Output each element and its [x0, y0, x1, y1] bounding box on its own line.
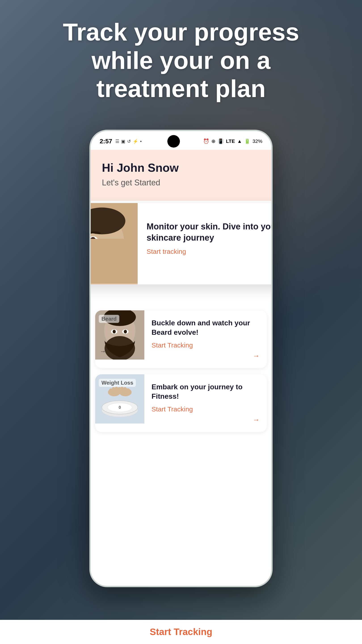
calendar-icon: ▣ — [121, 139, 125, 144]
status-bar: 2:57 ☰ ▣ ↺ ⚡ • ⏰ ⊕ 📳 LTE ▲ 🔋 32% — [91, 131, 271, 150]
phone-screen: Hi John Snow Let's get Started — [91, 150, 271, 586]
sync-icon: ⊕ — [211, 138, 215, 144]
skin-card-body: Monitor your skin. Dive into your skinca… — [138, 203, 271, 284]
featured-card-wrapper[interactable]: Skin → Monitor your skin. Dive into your… — [91, 203, 271, 284]
beard-card-label: Beard — [99, 315, 119, 323]
weight-card-image: 0 — [95, 374, 144, 424]
app-icon-1: ↺ — [127, 139, 131, 144]
alarm-icon: ⏰ — [203, 138, 209, 144]
beard-card-arrow-left: → — [100, 348, 106, 355]
greeting-section: Hi John Snow Let's get Started — [91, 150, 271, 201]
skin-card-image: Skin → — [91, 203, 138, 284]
phone-frame: 2:57 ☰ ▣ ↺ ⚡ • ⏰ ⊕ 📳 LTE ▲ 🔋 32% — [89, 130, 273, 587]
weight-card-body: Embark on your journey to Fitness! Start… — [144, 374, 267, 432]
signal-text: LTE — [226, 138, 235, 144]
svg-point-28 — [127, 388, 130, 392]
status-icons-right: ⏰ ⊕ 📳 LTE ▲ 🔋 32% — [203, 138, 262, 144]
status-left: 2:57 ☰ ▣ ↺ ⚡ • — [100, 138, 142, 145]
beard-card-image: Beard → — [95, 310, 144, 360]
start-tracking-button[interactable]: Start Tracking — [150, 626, 212, 637]
beard-card[interactable]: Beard → Buckle down and watch your Beard… — [95, 310, 267, 368]
svg-text:0: 0 — [119, 405, 121, 410]
hero-title: Track your progress while your on a trea… — [18, 18, 344, 103]
weight-card-label: Weight Loss — [99, 379, 136, 387]
cards-section: Skin → Monitor your skin. Dive into your… — [91, 201, 271, 447]
greeting-subtitle: Let's get Started — [102, 178, 260, 188]
svg-point-24 — [115, 386, 118, 390]
svg-point-12 — [113, 330, 116, 334]
beard-card-cta[interactable]: Start Tracking — [151, 342, 260, 349]
weight-card-title: Embark on your journey to Fitness! — [151, 382, 260, 401]
svg-point-26 — [120, 386, 124, 390]
weight-card-arrow-right[interactable]: → — [253, 416, 260, 424]
weight-card[interactable]: 0 — [95, 374, 267, 432]
hero-section: Track your progress while your on a trea… — [0, 18, 362, 103]
phone-mockup: 2:57 ☰ ▣ ↺ ⚡ • ⏰ ⊕ 📳 LTE ▲ 🔋 32% — [89, 130, 273, 587]
battery-icon: 🔋 — [244, 138, 250, 144]
svg-point-23 — [112, 387, 115, 390]
featured-card-area: Skin → Monitor your skin. Dive into your… — [95, 201, 267, 304]
normal-cards: Beard → Buckle down and watch your Beard… — [95, 304, 267, 432]
skin-card[interactable]: Skin → Monitor your skin. Dive into your… — [91, 203, 271, 284]
skin-card-title: Monitor your skin. Dive into your skinca… — [147, 221, 271, 243]
status-time: 2:57 — [100, 138, 112, 145]
greeting-name: Hi John Snow — [102, 161, 260, 174]
bottom-cta-bar[interactable]: Start Tracking — [0, 620, 362, 644]
weight-card-cta[interactable]: Start Tracking — [151, 406, 260, 413]
beard-card-arrow-right[interactable]: → — [253, 352, 260, 360]
dot-icon: • — [140, 139, 142, 144]
svg-point-27 — [123, 387, 126, 390]
beard-card-body: Buckle down and watch your Beard evolve!… — [144, 310, 267, 368]
face-svg — [91, 203, 138, 284]
svg-point-25 — [118, 387, 121, 390]
volume-icon: 📳 — [218, 138, 224, 144]
app-icon-2: ⚡ — [133, 139, 138, 144]
skin-card-cta[interactable]: Start tracking — [147, 248, 271, 255]
signal-bars: ▲ — [237, 138, 242, 144]
svg-point-22 — [109, 388, 112, 392]
battery-percent: 32% — [253, 138, 262, 144]
camera-notch — [167, 135, 180, 148]
beard-card-title: Buckle down and watch your Beard evolve! — [151, 318, 260, 337]
notification-icon: ☰ — [115, 139, 119, 144]
svg-point-14 — [124, 330, 127, 334]
